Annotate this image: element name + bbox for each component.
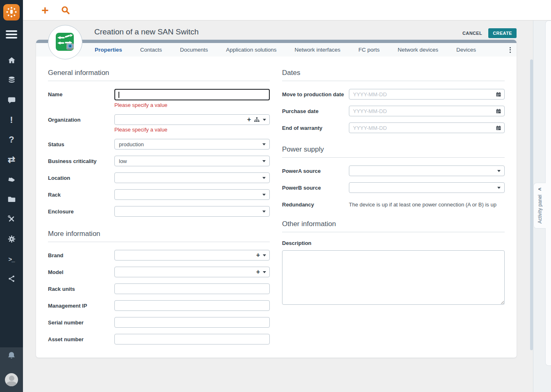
tab-documents[interactable]: Documents	[180, 47, 208, 53]
activity-panel-rail	[545, 20, 551, 366]
user-avatar[interactable]	[5, 373, 18, 386]
gear-icon	[7, 235, 16, 243]
sidebar-item-data[interactable]	[0, 70, 23, 91]
create-button[interactable]: CREATE	[488, 28, 517, 38]
hierarchy-icon[interactable]	[254, 117, 260, 123]
tools-icon	[7, 215, 16, 224]
tab-fc-ports[interactable]: FC ports	[358, 47, 380, 53]
field-label: Enclosure	[48, 206, 114, 217]
sidebar-item-console[interactable]: >_	[0, 249, 23, 269]
form-column-right: Dates Move to production date P	[282, 69, 505, 351]
sidebar-item-transfers[interactable]: ⇄	[0, 150, 23, 170]
calendar-icon[interactable]	[496, 108, 501, 116]
global-topbar: +	[23, 0, 551, 20]
exchange-arrows-icon: ⇄	[8, 155, 15, 164]
section-other-information: Other information Description	[282, 220, 505, 306]
sidebar-item-documents[interactable]	[0, 190, 23, 210]
menu-toggle-icon[interactable]	[6, 30, 17, 40]
terminal-icon: >_	[8, 256, 14, 262]
field-label: End of warranty	[282, 122, 349, 133]
asset-number-input[interactable]	[114, 334, 270, 344]
vertical-scrollbar[interactable]	[530, 59, 533, 350]
description-textarea[interactable]	[282, 250, 505, 305]
section-heading: Power supply	[282, 145, 505, 158]
section-more-information: More information Brand + Model	[48, 230, 270, 344]
chevron-down-icon	[262, 143, 266, 145]
rack-select[interactable]	[114, 189, 270, 200]
field-enclosure: Enclosure	[48, 206, 270, 217]
sidebar-item-alerts[interactable]: !	[0, 110, 23, 130]
tab-devices[interactable]: Devices	[456, 47, 476, 53]
chevron-down-icon[interactable]	[263, 271, 266, 273]
section-heading: Dates	[282, 69, 505, 81]
sidebar-item-tools[interactable]	[0, 209, 23, 229]
brand-select[interactable]: +	[114, 250, 270, 261]
enclosure-select[interactable]	[114, 206, 270, 217]
chevron-down-icon[interactable]	[263, 119, 266, 121]
tab-contacts[interactable]: Contacts	[140, 47, 162, 53]
calendar-icon[interactable]	[496, 91, 501, 99]
purchase-date-input[interactable]	[349, 106, 505, 116]
management-ip-input[interactable]	[114, 300, 270, 311]
power-a-select[interactable]	[349, 165, 505, 176]
field-label: PowerA source	[282, 165, 349, 176]
add-icon[interactable]: +	[256, 269, 260, 275]
tab-network-devices[interactable]: Network devices	[398, 47, 438, 53]
field-location: Location	[48, 172, 270, 183]
form-column-left: General information Name Please specify …	[48, 69, 270, 351]
field-serial-number: Serial number	[48, 317, 270, 328]
sidebar-item-services[interactable]	[0, 170, 23, 190]
sidebar-item-discussions[interactable]	[0, 90, 23, 110]
validation-error: Please specify a value	[114, 127, 270, 133]
field-label: Location	[48, 172, 114, 183]
global-search-button[interactable]	[57, 0, 74, 20]
field-label: Model	[48, 267, 114, 277]
business-criticality-select[interactable]: low	[114, 156, 270, 166]
sidebar-item-settings[interactable]	[0, 229, 23, 249]
activity-panel-toggle[interactable]: < Activity panel	[533, 183, 546, 229]
serial-number-input[interactable]	[114, 317, 270, 328]
location-select[interactable]	[114, 172, 270, 183]
field-label: Serial number	[48, 317, 114, 328]
model-select[interactable]: +	[114, 267, 270, 277]
end-of-warranty-input[interactable]	[349, 122, 505, 133]
field-label: Description	[282, 240, 505, 246]
field-redundancy: Redundancy The device is up if at least …	[282, 199, 505, 208]
organization-select[interactable]: +	[114, 114, 270, 125]
field-brand: Brand +	[48, 250, 270, 261]
field-move-to-production-date: Move to production date	[282, 89, 505, 100]
chevron-down-icon	[262, 160, 266, 162]
status-select[interactable]: production	[114, 139, 270, 150]
move-to-production-date-input[interactable]	[349, 89, 505, 100]
tab-properties[interactable]: Properties	[95, 47, 122, 53]
rack-units-input[interactable]	[114, 283, 270, 294]
redundancy-value: The device is up if at least one power c…	[349, 199, 505, 208]
itop-logo[interactable]	[3, 4, 20, 20]
field-label: Name	[48, 89, 114, 108]
sidebar-item-help[interactable]: ?	[0, 130, 23, 150]
selected-value: production	[119, 141, 144, 147]
calendar-icon[interactable]	[496, 125, 501, 132]
card-top-accent-bar	[36, 40, 517, 43]
tab-application-solutions[interactable]: Application solutions	[226, 47, 276, 53]
field-label: Management IP	[48, 300, 114, 311]
power-b-select[interactable]	[349, 182, 505, 193]
notifications-button[interactable]	[0, 351, 23, 361]
add-icon[interactable]: +	[247, 116, 251, 123]
tab-network-interfaces[interactable]: Network interfaces	[294, 47, 340, 53]
field-status: Status production	[48, 139, 270, 150]
cancel-button[interactable]: CANCEL	[462, 31, 482, 36]
section-heading: More information	[48, 230, 270, 242]
field-label: PowerB source	[282, 182, 349, 193]
tab-bar: Properties Contacts Documents Applicatio…	[36, 43, 517, 57]
name-input[interactable]	[114, 89, 270, 100]
chevron-down-icon	[262, 211, 266, 213]
tab-overflow-menu-icon[interactable]	[510, 43, 511, 57]
sidebar-footer	[0, 347, 23, 392]
sidebar-item-share[interactable]	[0, 269, 23, 289]
add-icon[interactable]: +	[256, 252, 260, 258]
chevron-down-icon[interactable]	[263, 254, 266, 256]
field-label: Move to production date	[282, 89, 349, 100]
new-object-button[interactable]: +	[37, 0, 53, 20]
sidebar-item-home[interactable]	[0, 50, 23, 70]
